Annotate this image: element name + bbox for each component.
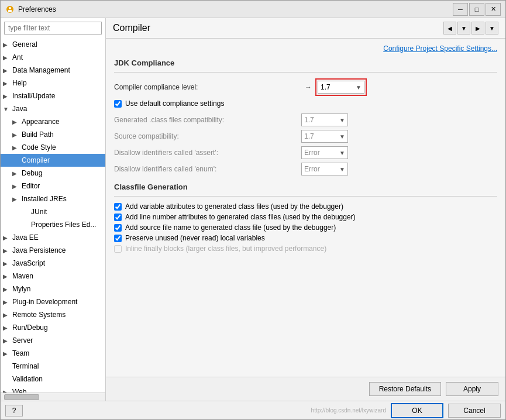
classfile-divider <box>114 196 497 197</box>
compliance-highlight-box: 1.7 ▼ <box>315 78 367 96</box>
disallow-enum-label: Disallow identifiers called 'enum': <box>114 165 301 173</box>
back-button[interactable]: ◀ <box>443 22 456 35</box>
generated-class-dropdown-icon: ▼ <box>339 117 345 123</box>
tree-item-terminal[interactable]: Terminal <box>1 360 105 373</box>
generated-class-value: 1.7 <box>304 116 314 124</box>
tree-item-installed-jres[interactable]: ▶Installed JREs <box>1 192 105 205</box>
tree-item-ant[interactable]: ▶Ant <box>1 51 105 64</box>
tree-item-editor[interactable]: ▶Editor <box>1 180 105 192</box>
tree-label-debug: Debug <box>22 169 42 177</box>
generated-class-select[interactable]: 1.7 ▼ <box>301 113 348 126</box>
tree-arrow-install-update: ▶ <box>3 93 12 99</box>
tree-item-mylyn[interactable]: ▶Mylyn <box>1 283 105 295</box>
tree-item-build-path[interactable]: ▶Build Path <box>1 128 105 141</box>
checkbox1-label: Add variable attributes to generated cla… <box>125 202 343 211</box>
checkbox1[interactable] <box>114 203 122 211</box>
minimize-button[interactable]: ─ <box>453 3 468 16</box>
tree-arrow-server: ▶ <box>3 338 12 344</box>
filter-input[interactable] <box>4 22 102 35</box>
scrollbar-thumb[interactable] <box>4 394 39 400</box>
left-panel: ▶General▶Ant▶Data Management▶Help▶Instal… <box>1 18 106 401</box>
disallow-enum-row: Disallow identifiers called 'enum': Erro… <box>114 163 497 175</box>
source-compat-select[interactable]: 1.7 ▼ <box>301 130 348 143</box>
tree-item-validation[interactable]: Validation <box>1 373 105 385</box>
tree-item-properties-files[interactable]: Properties Files Ed... <box>1 218 105 231</box>
tree-arrow-data-management: ▶ <box>3 67 12 74</box>
forward-button[interactable]: ▶ <box>471 22 484 35</box>
ok-button[interactable]: OK <box>391 403 443 418</box>
right-panel: Compiler ◀ ▼ ▶ ▼ Configure Project Speci… <box>106 18 505 401</box>
use-default-checkbox[interactable] <box>114 100 122 108</box>
tree-arrow-team: ▶ <box>3 350 12 357</box>
watermark: http://blog.csdn.net/lxywizard <box>311 407 386 414</box>
cancel-button[interactable]: Cancel <box>448 404 501 418</box>
checkbox4-row: Preserve unused (never read) local varia… <box>114 234 497 242</box>
tree-label-java-ee: Java EE <box>12 233 39 242</box>
tree-arrow-remote-systems: ▶ <box>3 312 12 318</box>
tree-label-validation: Validation <box>12 375 43 383</box>
compliance-label: Compiler compliance level: <box>114 83 301 91</box>
tree-item-web[interactable]: ▶Web <box>1 385 105 393</box>
compliance-select[interactable]: 1.7 ▼ <box>318 81 364 94</box>
tree-label-build-path: Build Path <box>22 130 54 139</box>
checkbox5[interactable] <box>114 245 122 253</box>
panel-title: Compiler <box>113 23 150 33</box>
disallow-assert-select[interactable]: Error ▼ <box>301 146 348 159</box>
tree-label-server: Server <box>12 336 33 345</box>
tree-item-maven[interactable]: ▶Maven <box>1 270 105 283</box>
compliance-dropdown-icon: ▼ <box>356 84 362 91</box>
tree-item-install-update[interactable]: ▶Install/Update <box>1 89 105 102</box>
restore-defaults-button[interactable]: Restore Defaults <box>369 382 441 396</box>
help-button[interactable]: ? <box>5 405 23 416</box>
tree-item-plugin-development[interactable]: ▶Plug-in Development <box>1 295 105 308</box>
apply-button[interactable]: Apply <box>446 382 498 396</box>
tree-item-compiler[interactable]: Compiler <box>1 154 105 167</box>
dropdown-button[interactable]: ▼ <box>457 22 470 35</box>
horizontal-scrollbar[interactable] <box>1 393 105 401</box>
disallow-assert-dropdown-icon: ▼ <box>339 150 345 156</box>
tree-item-code-style[interactable]: ▶Code Style <box>1 141 105 154</box>
tree-label-ant: Ant <box>12 53 23 61</box>
tree-item-team[interactable]: ▶Team <box>1 347 105 360</box>
tree-item-java-persistence[interactable]: ▶Java Persistence <box>1 244 105 257</box>
checkbox2[interactable] <box>114 214 122 221</box>
maximize-button[interactable]: □ <box>469 3 484 16</box>
classfile-section-title: Classfile Generation <box>114 183 497 191</box>
close-button[interactable]: ✕ <box>486 3 501 16</box>
config-link[interactable]: Configure Project Specific Settings... <box>114 44 497 53</box>
tree-item-remote-systems[interactable]: ▶Remote Systems <box>1 308 105 321</box>
tree-item-general[interactable]: ▶General <box>1 38 105 51</box>
tree-label-install-update: Install/Update <box>12 92 55 100</box>
tree-arrow-mylyn: ▶ <box>3 286 12 292</box>
panel-footer: Restore Defaults Apply <box>106 377 505 401</box>
checkbox3-row: Add source file name to generated class … <box>114 223 497 232</box>
tree-arrow-plugin-development: ▶ <box>3 299 12 305</box>
checkbox3[interactable] <box>114 224 122 232</box>
tree-label-team: Team <box>12 349 29 357</box>
tree-item-server[interactable]: ▶Server <box>1 334 105 347</box>
generated-class-row: Generated .class files compatibility: 1.… <box>114 113 497 126</box>
tree-item-java-ee[interactable]: ▶Java EE <box>1 231 105 244</box>
tree-item-debug[interactable]: ▶Debug <box>1 167 105 180</box>
tree-label-plugin-development: Plug-in Development <box>12 298 77 306</box>
tree-item-junit[interactable]: JUnit <box>1 205 105 218</box>
tree-item-appearance[interactable]: ▶Appearance <box>1 115 105 128</box>
tree-item-java[interactable]: ▼Java <box>1 102 105 115</box>
disallow-enum-select[interactable]: Error ▼ <box>301 163 348 175</box>
forward-dropdown-button[interactable]: ▼ <box>486 22 498 35</box>
svg-point-1 <box>9 7 11 9</box>
tree-arrow-ant: ▶ <box>3 54 12 61</box>
tree-item-run-debug[interactable]: ▶Run/Debug <box>1 321 105 334</box>
disallow-enum-dropdown-icon: ▼ <box>339 166 345 173</box>
content-area: ▶General▶Ant▶Data Management▶Help▶Instal… <box>1 18 505 401</box>
tree-area[interactable]: ▶General▶Ant▶Data Management▶Help▶Instal… <box>1 38 105 393</box>
compliance-value: 1.7 <box>321 83 331 91</box>
tree-label-mylyn: Mylyn <box>12 285 30 293</box>
tree-item-data-management[interactable]: ▶Data Management <box>1 64 105 77</box>
tree-arrow-debug: ▶ <box>12 170 22 177</box>
checkbox3-label: Add source file name to generated class … <box>125 223 336 232</box>
checkbox4[interactable] <box>114 235 122 242</box>
tree-arrow-run-debug: ▶ <box>3 325 12 331</box>
tree-item-help[interactable]: ▶Help <box>1 77 105 89</box>
tree-item-javascript[interactable]: ▶JavaScript <box>1 257 105 270</box>
